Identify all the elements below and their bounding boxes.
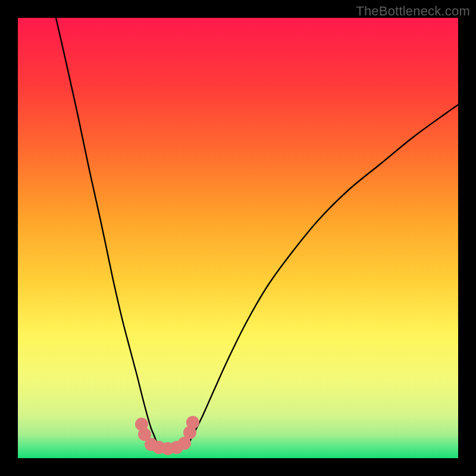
chart-svg	[18, 18, 458, 458]
dip-marker	[186, 416, 199, 429]
plot-area	[18, 18, 458, 458]
watermark-text: TheBottleneck.com	[356, 4, 470, 19]
chart-frame: TheBottleneck.com	[0, 0, 476, 476]
gradient-background	[18, 18, 458, 458]
